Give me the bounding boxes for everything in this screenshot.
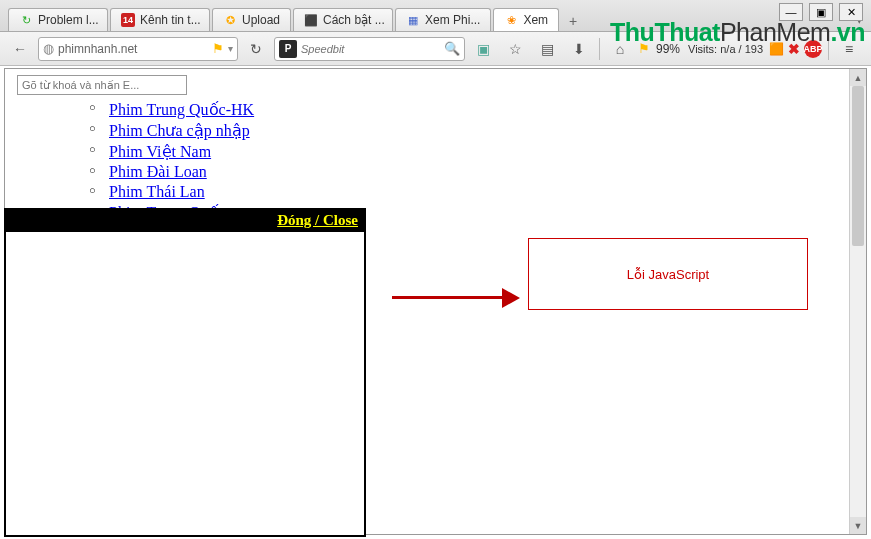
back-icon: ← bbox=[13, 41, 27, 57]
tab-label: Xem Phi... bbox=[425, 13, 480, 27]
popup-close-link[interactable]: Đóng / Close bbox=[277, 212, 358, 229]
tab-label: Problem l... bbox=[38, 13, 99, 27]
tab-label: Kênh tin t... bbox=[140, 13, 201, 27]
download-icon: ⬇ bbox=[573, 41, 585, 57]
url-input[interactable] bbox=[58, 42, 208, 56]
url-bar[interactable]: ◍ ⚑ ▾ bbox=[38, 37, 238, 61]
scroll-up-button[interactable]: ▲ bbox=[850, 69, 866, 86]
tab-label: Cách bật ... bbox=[323, 13, 385, 27]
popup-header: Đóng / Close bbox=[4, 208, 366, 232]
list-item: Phim Đài Loan bbox=[109, 162, 866, 182]
site-icon: ▦ bbox=[406, 13, 420, 27]
bookmark-flag-icon[interactable]: ⚑ bbox=[212, 41, 224, 56]
downloads-button[interactable]: ⬇ bbox=[565, 36, 593, 62]
list-item: Phim Thái Lan bbox=[109, 182, 866, 202]
category-link[interactable]: Phim Đài Loan bbox=[109, 163, 207, 180]
category-link[interactable]: Phim Chưa cập nhập bbox=[109, 122, 250, 139]
list-item: Phim Trung Quốc-HK bbox=[109, 99, 866, 120]
search-go-icon[interactable]: 🔍 bbox=[444, 41, 460, 56]
annotation-arrow bbox=[392, 288, 522, 308]
site-icon: ✪ bbox=[223, 13, 237, 27]
watermark-logo: ThuThuatPhanMem.vn bbox=[610, 18, 865, 47]
list-item: Phim Việt Nam bbox=[109, 141, 866, 162]
popup-body bbox=[4, 232, 366, 537]
site-icon: ⬛ bbox=[304, 13, 318, 27]
reload-button[interactable]: ↻ bbox=[242, 36, 270, 62]
panel-button[interactable]: ▣ bbox=[469, 36, 497, 62]
tab-label: Xem bbox=[523, 13, 548, 27]
separator bbox=[599, 38, 600, 60]
error-text: Lỗi JavaScript bbox=[627, 267, 709, 282]
tab-problem[interactable]: ↻ Problem l... bbox=[8, 8, 108, 31]
back-button[interactable]: ← bbox=[6, 36, 34, 62]
reading-list-button[interactable]: ▤ bbox=[533, 36, 561, 62]
tab-cachbat[interactable]: ⬛ Cách bật ... bbox=[293, 8, 393, 31]
tab-label: Upload bbox=[242, 13, 280, 27]
star-icon: ☆ bbox=[509, 41, 522, 57]
error-callout: Lỗi JavaScript bbox=[528, 238, 808, 310]
list-item: Phim Chưa cập nhập bbox=[109, 120, 866, 141]
vertical-scrollbar[interactable]: ▲ ▼ bbox=[849, 69, 866, 534]
category-link[interactable]: Phim Thái Lan bbox=[109, 183, 205, 200]
category-link[interactable]: Phim Việt Nam bbox=[109, 143, 211, 160]
tab-xemphi[interactable]: ▦ Xem Phi... bbox=[395, 8, 491, 31]
url-dropdown-icon[interactable]: ▾ bbox=[228, 43, 233, 54]
list-icon: ▤ bbox=[541, 41, 554, 57]
scroll-thumb[interactable] bbox=[852, 86, 864, 246]
site-search-input[interactable] bbox=[17, 75, 187, 95]
search-bar[interactable]: P 🔍 bbox=[274, 37, 465, 61]
panel-icon: ▣ bbox=[477, 41, 490, 57]
globe-icon: ◍ bbox=[43, 41, 54, 56]
category-link[interactable]: Phim Trung Quốc-HK bbox=[109, 101, 254, 118]
bookmark-star-button[interactable]: ☆ bbox=[501, 36, 529, 62]
search-input[interactable] bbox=[301, 43, 440, 55]
tab-upload[interactable]: ✪ Upload bbox=[212, 8, 291, 31]
new-tab-button[interactable]: + bbox=[561, 11, 585, 31]
site-icon: 14 bbox=[121, 13, 135, 27]
tab-kenh[interactable]: 14 Kênh tin t... bbox=[110, 8, 210, 31]
reload-icon: ↻ bbox=[19, 13, 33, 27]
tab-xem-active[interactable]: ❀ Xem bbox=[493, 8, 559, 31]
site-icon: ❀ bbox=[504, 13, 518, 27]
scroll-down-button[interactable]: ▼ bbox=[850, 517, 866, 534]
search-engine-icon[interactable]: P bbox=[279, 40, 297, 58]
reload-icon: ↻ bbox=[250, 41, 262, 57]
